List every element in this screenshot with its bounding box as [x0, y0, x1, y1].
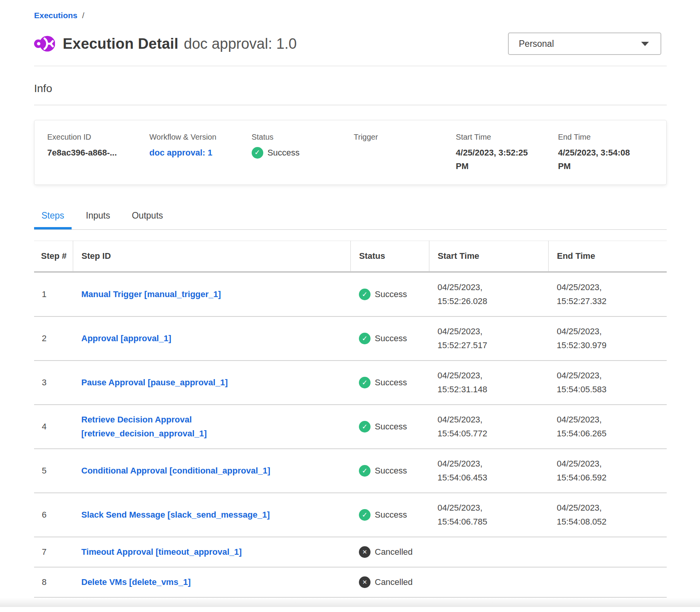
- check-circle-icon: [252, 147, 263, 159]
- step-number: 5: [34, 449, 73, 493]
- table-row: 3 Pause Approval [pause_approval_1] Succ…: [34, 361, 667, 405]
- field-label: Workflow & Version: [149, 132, 233, 142]
- check-circle-icon: [359, 289, 371, 300]
- step-id-link[interactable]: Timeout Approval [timeout_approval_1]: [81, 545, 242, 559]
- field-label: Execution ID: [47, 132, 131, 142]
- table-row: 8 Delete VMs [delete_vms_1] Cancelled: [34, 567, 667, 597]
- status-label: Cancelled: [375, 575, 413, 589]
- step-number: 8: [34, 567, 73, 597]
- table-row: 1 Manual Trigger [manual_trigger_1] Succ…: [34, 272, 667, 316]
- workspace-dropdown-value: Personal: [519, 39, 554, 49]
- page-title: Execution Detail: [63, 36, 178, 52]
- column-header-step-id: Step ID: [73, 241, 350, 272]
- table-row: 6 Slack Send Message [slack_send_message…: [34, 493, 667, 537]
- step-number: 6: [34, 493, 73, 537]
- workflow-branch-icon: [34, 33, 55, 54]
- info-field-workflow: Workflow & Version doc approval: 1: [149, 132, 252, 173]
- step-number: 2: [34, 316, 73, 361]
- step-end-time: 04/25/2023, 15:54:05.583: [548, 361, 667, 405]
- step-start-time: 04/25/2023, 15:52:31.148: [429, 361, 548, 405]
- info-field-status: Status Success: [252, 132, 354, 173]
- step-id-link[interactable]: Approval [approval_1]: [81, 332, 171, 345]
- page-header: Execution Detail doc approval: 1.0 Perso…: [34, 32, 667, 55]
- tab-inputs[interactable]: Inputs: [79, 207, 118, 229]
- column-header-status: Status: [350, 241, 429, 272]
- step-end-time: 04/25/2023, 15:54:08.052: [548, 493, 667, 537]
- page-bottom-fade: [0, 598, 700, 607]
- steps-table-body: 1 Manual Trigger [manual_trigger_1] Succ…: [34, 272, 667, 597]
- column-header-start-time: Start Time: [429, 241, 548, 272]
- step-id-link[interactable]: Conditional Approval [conditional_approv…: [81, 464, 270, 478]
- workflow-version-link[interactable]: doc approval: 1: [149, 148, 213, 157]
- execution-status-label: Success: [268, 146, 300, 159]
- check-circle-icon: [359, 509, 371, 521]
- step-number: 7: [34, 537, 73, 567]
- execution-info-card: Execution ID 7e8ac396-a868-... Workflow …: [34, 120, 667, 185]
- step-start-time: 04/25/2023, 15:54:06.785: [429, 493, 548, 537]
- check-circle-icon: [359, 421, 371, 433]
- step-end-time: 04/25/2023, 15:54:06.592: [548, 449, 667, 493]
- check-circle-icon: [359, 377, 371, 388]
- step-id-link[interactable]: Pause Approval [pause_approval_1]: [81, 376, 228, 390]
- start-time-value: 4/25/2023, 3:52:25 PM: [456, 146, 539, 173]
- step-start-time: 04/25/2023, 15:54:06.453: [429, 449, 548, 493]
- column-header-end-time: End Time: [548, 241, 667, 272]
- field-label: Start Time: [456, 132, 539, 142]
- workspace-dropdown[interactable]: Personal: [508, 32, 661, 55]
- step-start-time: 04/25/2023, 15:52:26.028: [429, 272, 548, 316]
- info-field-end-time: End Time 4/25/2023, 3:54:08 PM: [558, 132, 660, 173]
- status-label: Success: [375, 464, 407, 478]
- status-label: Success: [375, 332, 407, 345]
- step-number: 3: [34, 361, 73, 405]
- step-start-time: [429, 537, 548, 567]
- info-heading: Info: [34, 82, 667, 95]
- table-row: 2 Approval [approval_1] Success 04/25/20…: [34, 316, 667, 361]
- info-field-start-time: Start Time 4/25/2023, 3:52:25 PM: [456, 132, 558, 173]
- step-number: 1: [34, 272, 73, 316]
- status-label: Success: [375, 508, 407, 522]
- table-row: 4 Retrieve Decision Approval [retrieve_d…: [34, 405, 667, 449]
- steps-table: Step # Step ID Status Start Time End Tim…: [34, 241, 667, 598]
- x-circle-icon: [359, 576, 371, 588]
- table-row: 5 Conditional Approval [conditional_appr…: [34, 449, 667, 493]
- field-label: Status: [252, 132, 335, 142]
- execution-id-value: 7e8ac396-a868-...: [47, 146, 131, 159]
- info-field-trigger: Trigger: [354, 132, 456, 173]
- status-label: Cancelled: [375, 545, 413, 559]
- field-label: End Time: [558, 132, 642, 142]
- detail-tabs: Steps Inputs Outputs: [34, 207, 667, 230]
- step-number: 4: [34, 405, 73, 449]
- step-end-time: 04/25/2023, 15:52:30.979: [548, 316, 667, 361]
- step-id-link[interactable]: Retrieve Decision Approval [retrieve_dec…: [81, 413, 292, 441]
- table-row: 7 Timeout Approval [timeout_approval_1] …: [34, 537, 667, 567]
- field-label: Trigger: [354, 132, 438, 142]
- end-time-value: 4/25/2023, 3:54:08 PM: [558, 146, 642, 173]
- tab-outputs[interactable]: Outputs: [124, 207, 170, 229]
- check-circle-icon: [359, 465, 371, 477]
- tab-steps[interactable]: Steps: [34, 207, 72, 229]
- breadcrumb-separator: /: [82, 11, 84, 20]
- info-field-execution-id: Execution ID 7e8ac396-a868-...: [47, 132, 149, 173]
- step-start-time: [429, 567, 548, 597]
- step-id-link[interactable]: Delete VMs [delete_vms_1]: [81, 575, 190, 589]
- step-start-time: 04/25/2023, 15:54:05.772: [429, 405, 548, 449]
- step-end-time: 04/25/2023, 15:54:06.265: [548, 405, 667, 449]
- status-label: Success: [375, 287, 407, 301]
- chevron-down-icon: [641, 42, 649, 46]
- step-id-link[interactable]: Manual Trigger [manual_trigger_1]: [81, 287, 221, 301]
- step-end-time: [548, 567, 667, 597]
- check-circle-icon: [359, 333, 371, 344]
- step-end-time: 04/25/2023, 15:52:27.332: [548, 272, 667, 316]
- column-header-step-num: Step #: [34, 241, 73, 272]
- breadcrumb: Executions/: [34, 10, 667, 21]
- step-start-time: 04/25/2023, 15:52:27.517: [429, 316, 548, 361]
- x-circle-icon: [359, 546, 371, 558]
- info-divider: [34, 105, 667, 105]
- table-header-row: Step # Step ID Status Start Time End Tim…: [34, 241, 667, 272]
- status-label: Success: [375, 376, 407, 390]
- step-id-link[interactable]: Slack Send Message [slack_send_message_1…: [81, 508, 270, 522]
- page-subtitle: doc approval: 1.0: [184, 36, 297, 52]
- header-divider: [34, 66, 667, 66]
- step-end-time: [548, 537, 667, 567]
- breadcrumb-executions-link[interactable]: Executions: [34, 11, 77, 20]
